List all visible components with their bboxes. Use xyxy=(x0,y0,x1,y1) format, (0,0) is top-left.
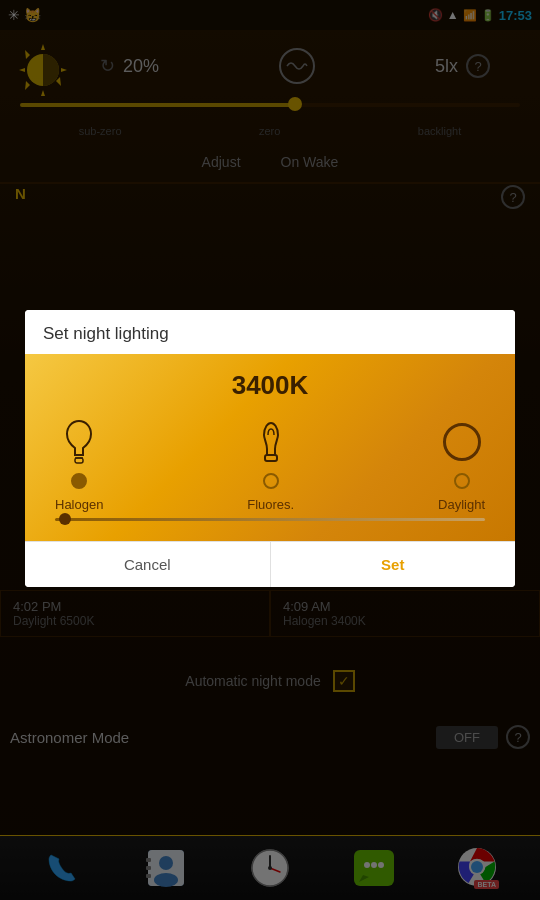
daylight-icon xyxy=(439,417,484,467)
option-daylight[interactable]: Daylight xyxy=(438,417,485,512)
night-lighting-dialog: Set night lighting 3400K Halogen xyxy=(25,310,515,587)
fluores-radio[interactable] xyxy=(263,473,279,489)
svg-rect-30 xyxy=(265,455,277,461)
daylight-radio[interactable] xyxy=(454,473,470,489)
dialog-buttons: Cancel Set xyxy=(25,541,515,587)
lighting-options: Halogen Fluores. xyxy=(45,417,495,512)
halogen-icon xyxy=(57,417,102,467)
set-button[interactable]: Set xyxy=(271,542,516,587)
option-fluores[interactable]: Fluores. xyxy=(247,417,294,512)
fluores-label: Fluores. xyxy=(247,497,294,512)
halogen-radio[interactable] xyxy=(71,473,87,489)
dialog-title: Set night lighting xyxy=(43,324,497,344)
dialog-temperature: 3400K xyxy=(45,370,495,401)
daylight-label: Daylight xyxy=(438,497,485,512)
fluores-icon xyxy=(248,417,293,467)
halogen-bulb-icon xyxy=(62,419,96,465)
halogen-label: Halogen xyxy=(55,497,103,512)
daylight-circle xyxy=(443,423,481,461)
dialog-slider[interactable] xyxy=(55,518,485,521)
dialog-title-bar: Set night lighting xyxy=(25,310,515,354)
dialog-body: 3400K Halogen xyxy=(25,354,515,541)
fluorescent-icon xyxy=(254,419,288,465)
cancel-button[interactable]: Cancel xyxy=(25,542,271,587)
dialog-slider-thumb[interactable] xyxy=(59,513,71,525)
option-halogen[interactable]: Halogen xyxy=(55,417,103,512)
svg-rect-29 xyxy=(75,458,83,463)
